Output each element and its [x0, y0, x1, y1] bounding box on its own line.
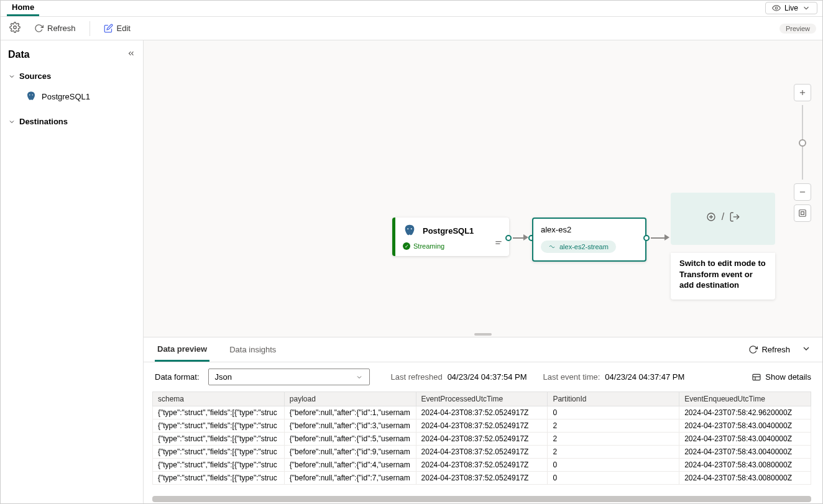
table-row[interactable]: {"type":"struct","fields":[{"type":"stru…: [153, 459, 811, 472]
table-cell: {"before":null,"after":{"id":4,"usernam: [284, 459, 416, 472]
table-cell: {"type":"struct","fields":[{"type":"stru…: [153, 433, 285, 446]
slash: /: [722, 211, 724, 222]
table-cell: 2024-04-23T08:37:52.0524917Z: [416, 406, 548, 419]
table-cell: 2: [548, 419, 679, 433]
zoom-thumb[interactable]: [799, 139, 806, 147]
col-schema[interactable]: schema: [153, 392, 285, 406]
connector: [651, 237, 666, 239]
chevron-down-icon: [356, 373, 363, 381]
table-row[interactable]: {"type":"struct","fields":[{"type":"stru…: [153, 419, 811, 433]
col-partition[interactable]: PartitionId: [548, 392, 679, 406]
tab-data-preview[interactable]: Data preview: [155, 338, 209, 362]
sidebar-sources-header[interactable]: Sources: [8, 71, 136, 81]
toolbar: Refresh Edit Preview: [1, 17, 822, 40]
panel-resize-handle[interactable]: [144, 332, 822, 337]
last-event-value: 04/23/24 04:37:47 PM: [605, 372, 684, 382]
toolbar-divider: [90, 21, 90, 36]
node-destination-placeholder[interactable]: /: [671, 193, 775, 245]
zoom-controls: [794, 84, 811, 222]
postgresql-icon: [25, 91, 37, 102]
node-source-title: PostgreSQL1: [403, 224, 502, 237]
canvas[interactable]: PostgreSQL1 ✓ Streaming alex-es2: [144, 40, 822, 332]
stream-icon: [548, 243, 556, 250]
col-enqueued[interactable]: EventEnqueuedUtcTime: [679, 392, 811, 406]
table-cell: 2024-04-23T07:58:43.0040000Z: [679, 433, 811, 446]
node-stream-badge: alex-es2-stream: [541, 241, 616, 253]
refresh-button[interactable]: Refresh: [29, 21, 81, 35]
table-row[interactable]: {"type":"struct","fields":[{"type":"stru…: [153, 406, 811, 419]
svg-rect-15: [753, 374, 760, 380]
sidebar-destinations-header[interactable]: Destinations: [8, 117, 136, 126]
fit-icon: [798, 209, 807, 218]
show-details-label: Show details: [765, 372, 811, 382]
zoom-slider[interactable]: [802, 105, 803, 180]
chevron-down-icon: [801, 344, 811, 354]
table-cell: {"before":null,"after":{"id":7,"usernam: [284, 472, 416, 485]
arrow-icon: [664, 234, 669, 241]
table-cell: 0: [548, 406, 679, 419]
svg-point-3: [32, 94, 34, 96]
table-row[interactable]: {"type":"struct","fields":[{"type":"stru…: [153, 446, 811, 459]
zoom-in-button[interactable]: [794, 84, 811, 101]
svg-point-10: [411, 228, 412, 229]
format-label: Data format:: [155, 372, 200, 382]
node-port-out[interactable]: [643, 235, 650, 241]
bottom-panel-tabs: Data preview Data insights Refresh: [144, 337, 822, 362]
preview-badge: Preview: [779, 24, 816, 34]
tab-home[interactable]: Home: [7, 0, 39, 16]
live-button[interactable]: Live: [765, 2, 817, 14]
svg-point-0: [775, 7, 778, 9]
settings-button[interactable]: [7, 19, 23, 38]
tab-data-insights[interactable]: Data insights: [227, 339, 278, 360]
table-row[interactable]: {"type":"struct","fields":[{"type":"stru…: [153, 433, 811, 446]
format-select[interactable]: Json: [208, 369, 370, 385]
zoom-out-button[interactable]: [794, 183, 811, 201]
node-port-out[interactable]: [505, 235, 512, 241]
last-event-label: Last event time:: [543, 372, 600, 382]
svg-point-1: [14, 25, 17, 29]
chevron-double-left-icon: [127, 49, 136, 58]
table-cell: 2024-04-23T08:37:52.0524917Z: [416, 433, 548, 446]
transform-icon: [706, 211, 717, 222]
gear-icon: [9, 22, 21, 33]
minus-icon: [798, 188, 807, 196]
table-cell: {"before":null,"after":{"id":3,"usernam: [284, 419, 416, 433]
table-row[interactable]: {"type":"struct","fields":[{"type":"stru…: [153, 472, 811, 485]
sidebar-collapse-button[interactable]: [127, 49, 136, 60]
last-refreshed-label: Last refreshed: [391, 372, 443, 382]
table-cell: 2: [548, 433, 679, 446]
drag-handle-bar: [474, 333, 492, 336]
table-cell: {"before":null,"after":{"id":1,"usernam: [284, 406, 416, 419]
edit-button[interactable]: Edit: [99, 21, 136, 35]
table-cell: {"before":null,"after":{"id":9,"usernam: [284, 446, 416, 459]
svg-point-9: [407, 228, 408, 229]
refresh-icon: [748, 345, 758, 354]
data-table: schema payload EventProcessedUtcTime Par…: [152, 392, 811, 485]
dest-hint-text: Switch to edit mode to Transform event o…: [671, 253, 775, 300]
chevron-down-icon: [8, 73, 16, 80]
data-table-wrap[interactable]: schema payload EventProcessedUtcTime Par…: [144, 392, 822, 495]
svg-point-2: [29, 94, 30, 96]
sidebar-item-postgresql1[interactable]: PostgreSQL1: [8, 87, 136, 106]
table-cell: 2024-04-23T07:58:43.0080000Z: [679, 459, 811, 472]
last-refreshed: Last refreshed 04/23/24 04:37:54 PM: [391, 372, 527, 382]
table-cell: {"type":"struct","fields":[{"type":"stru…: [153, 472, 285, 485]
table-cell: 2024-04-23T08:37:52.0524917Z: [416, 446, 548, 459]
horizontal-scrollbar[interactable]: [152, 496, 811, 502]
node-source-postgresql1[interactable]: PostgreSQL1 ✓ Streaming: [392, 218, 509, 256]
bottom-refresh-button[interactable]: Refresh: [748, 345, 790, 354]
node-menu-button[interactable]: [494, 239, 503, 250]
show-details-button[interactable]: Show details: [752, 372, 811, 382]
node-stream-alex-es2[interactable]: alex-es2 alex-es2-stream: [532, 218, 646, 262]
svg-rect-7: [799, 210, 806, 217]
zoom-fit-button[interactable]: [794, 204, 811, 222]
format-value: Json: [215, 372, 232, 382]
bottom-panel-filters: Data format: Json Last refreshed 04/23/2…: [144, 362, 822, 392]
table-cell: {"type":"struct","fields":[{"type":"stru…: [153, 406, 285, 419]
bottom-panel-collapse-button[interactable]: [801, 344, 811, 356]
chevron-down-icon: [802, 4, 811, 12]
col-payload[interactable]: payload: [284, 392, 416, 406]
col-processed[interactable]: EventProcessedUtcTime: [416, 392, 548, 406]
chevron-down-icon: [8, 118, 16, 126]
dest-icons: /: [683, 211, 763, 222]
